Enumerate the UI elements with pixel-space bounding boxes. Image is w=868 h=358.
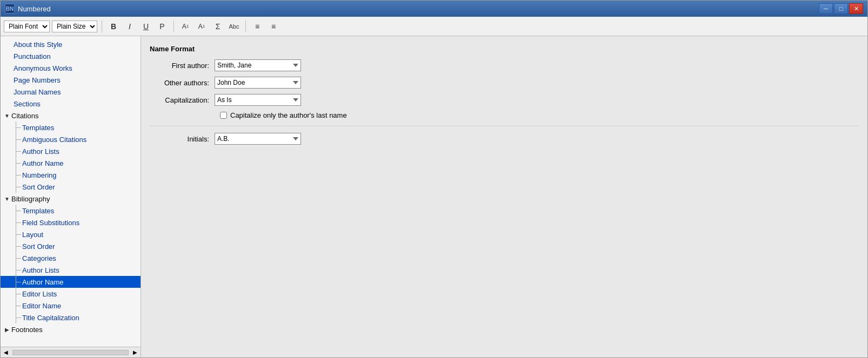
- underline-button[interactable]: U: [139, 20, 153, 33]
- other-authors-label: Other authors:: [150, 79, 215, 87]
- sidebar-label-sort-order-bib: Sort Order: [22, 242, 55, 251]
- connector-author-lists-bib: [11, 264, 22, 276]
- sidebar-item-editor-lists[interactable]: Editor Lists: [1, 288, 141, 300]
- sidebar-label-sections: Sections: [14, 100, 41, 108]
- sidebar-label-templates-cit: Templates: [22, 124, 54, 132]
- sidebar-label-editor-name: Editor Name: [22, 302, 61, 310]
- sidebar-item-field-substitutions[interactable]: Field Substitutions: [1, 217, 141, 228]
- sidebar-item-sort-order-cit[interactable]: Sort Order: [1, 181, 141, 193]
- sidebar-label-layout: Layout: [22, 231, 43, 239]
- minimize-button[interactable]: ─: [819, 3, 833, 14]
- bold-button[interactable]: B: [106, 20, 121, 33]
- sidebar-label-templates-bib: Templates: [22, 207, 54, 215]
- sidebar-label-author-name-cit: Author Name: [22, 159, 64, 167]
- sidebar-item-punctuation[interactable]: Punctuation: [1, 50, 141, 62]
- sidebar-label-author-lists-cit: Author Lists: [22, 147, 59, 156]
- scroll-right-arrow[interactable]: ▶: [130, 347, 141, 358]
- sidebar-item-templates-bib[interactable]: Templates: [1, 205, 141, 217]
- expander-sections: [5, 99, 14, 108]
- initials-group: Initials: A.B.: [150, 133, 859, 145]
- sidebar-item-numbering[interactable]: Numbering: [1, 169, 141, 181]
- sidebar-item-layout[interactable]: Layout: [1, 228, 141, 240]
- size-select[interactable]: Plain Size: [52, 21, 97, 32]
- sidebar-label-author-name-bib: Author Name: [22, 278, 64, 286]
- capitalize-checkbox[interactable]: [220, 112, 227, 119]
- italic-button[interactable]: I: [123, 20, 137, 33]
- main-window: BN Numbered ─ □ ✕ Plain Font Plain Size …: [0, 0, 868, 358]
- sidebar-item-author-name-cit[interactable]: Author Name: [1, 157, 141, 169]
- content-area: Name Format First author: Smith, Jane Ot…: [141, 36, 867, 357]
- expander-journal-names: [5, 87, 14, 96]
- title-buttons: ─ □ ✕: [819, 3, 863, 14]
- toolbar-sep-1: [102, 21, 102, 32]
- sidebar-item-citations[interactable]: ▼ Citations: [1, 110, 141, 121]
- sidebar-item-journal-names[interactable]: Journal Names: [1, 86, 141, 98]
- initials-select[interactable]: A.B.: [215, 133, 301, 145]
- superscript-button[interactable]: A1: [178, 20, 192, 33]
- expander-page-numbers: [5, 76, 14, 84]
- sidebar-label-field-substitutions: Field Substitutions: [22, 219, 79, 227]
- subscript-button[interactable]: A1: [195, 20, 209, 33]
- connector-templates-cit: [11, 121, 22, 133]
- sidebar-item-footnotes[interactable]: ▶ Footnotes: [1, 323, 141, 335]
- sidebar-item-page-numbers[interactable]: Page Numbers: [1, 74, 141, 86]
- sidebar-label-numbering: Numbering: [22, 171, 57, 179]
- other-authors-select[interactable]: John Doe: [215, 77, 301, 89]
- expander-bibliography: ▼: [3, 194, 11, 203]
- capitalization-select[interactable]: As Is: [215, 94, 301, 106]
- sigma-button[interactable]: Σ: [211, 20, 225, 33]
- sidebar: About this Style Punctuation Anonymous W…: [1, 36, 141, 357]
- connector-layout: [11, 228, 22, 240]
- app-icon: BN: [5, 4, 15, 13]
- sidebar-label-bibliography: Bibliography: [11, 195, 50, 203]
- sidebar-label-journal-names: Journal Names: [14, 88, 61, 96]
- sidebar-item-about[interactable]: About this Style: [1, 38, 141, 50]
- sidebar-item-author-lists-bib[interactable]: Author Lists: [1, 264, 141, 276]
- sidebar-item-editor-name[interactable]: Editor Name: [1, 300, 141, 312]
- sidebar-label-editor-lists: Editor Lists: [22, 290, 57, 298]
- section-title: Name Format: [150, 45, 859, 53]
- align-justify-button[interactable]: ≡: [266, 20, 281, 33]
- expander-citations: ▼: [3, 111, 11, 120]
- connector-ambiguous: [11, 133, 22, 145]
- toolbar: Plain Font Plain Size B I U P A1 A1 Σ Ab…: [1, 17, 867, 36]
- connector-templates-bib: [11, 205, 22, 217]
- other-authors-group: Other authors: John Doe: [150, 77, 859, 89]
- connector-author-lists-cit: [11, 145, 22, 157]
- align-left-button[interactable]: ≡: [250, 20, 264, 33]
- maximize-button[interactable]: □: [834, 3, 848, 14]
- connector-sort-order-bib: [11, 240, 22, 252]
- initials-label: Initials:: [150, 135, 215, 143]
- sidebar-item-sections[interactable]: Sections: [1, 98, 141, 110]
- sidebar-label-author-lists-bib: Author Lists: [22, 266, 59, 274]
- plain-button[interactable]: P: [155, 20, 169, 33]
- sidebar-item-templates-cit[interactable]: Templates: [1, 121, 141, 133]
- sidebar-tree[interactable]: About this Style Punctuation Anonymous W…: [1, 36, 141, 347]
- sidebar-label-citations: Citations: [11, 112, 39, 120]
- sidebar-item-author-name-bib[interactable]: Author Name: [1, 276, 141, 288]
- abc-button[interactable]: Abc: [227, 20, 241, 33]
- sidebar-item-categories[interactable]: Categories: [1, 252, 141, 264]
- sidebar-label-title-capitalization: Title Capitalization: [22, 314, 79, 322]
- window-title: Numbered: [18, 5, 51, 13]
- sidebar-label-footnotes: Footnotes: [11, 326, 43, 334]
- sidebar-item-title-capitalization[interactable]: Title Capitalization: [1, 312, 141, 323]
- title-bar: BN Numbered ─ □ ✕: [1, 1, 867, 17]
- sidebar-item-ambiguous[interactable]: Ambiguous Citations: [1, 133, 141, 145]
- sidebar-item-anonymous[interactable]: Anonymous Works: [1, 62, 141, 74]
- font-select[interactable]: Plain Font: [4, 21, 50, 32]
- sidebar-item-author-lists-cit[interactable]: Author Lists: [1, 145, 141, 157]
- scroll-left-arrow[interactable]: ◀: [1, 347, 11, 358]
- first-author-group: First author: Smith, Jane: [150, 59, 859, 71]
- sidebar-item-sort-order-bib[interactable]: Sort Order: [1, 240, 141, 252]
- sidebar-item-bibliography[interactable]: ▼ Bibliography: [1, 193, 141, 205]
- connector-editor-name: [11, 300, 22, 312]
- first-author-select[interactable]: Smith, Jane: [215, 59, 301, 71]
- expander-anonymous: [5, 64, 14, 72]
- connector-field-substitutions: [11, 217, 22, 228]
- capitalize-checkbox-label: Capitalize only the author's last name: [230, 111, 347, 119]
- connector-author-name-bib: [11, 276, 22, 288]
- sidebar-label-categories: Categories: [22, 254, 56, 262]
- scrollbar-track[interactable]: [12, 350, 129, 355]
- close-button[interactable]: ✕: [849, 3, 863, 14]
